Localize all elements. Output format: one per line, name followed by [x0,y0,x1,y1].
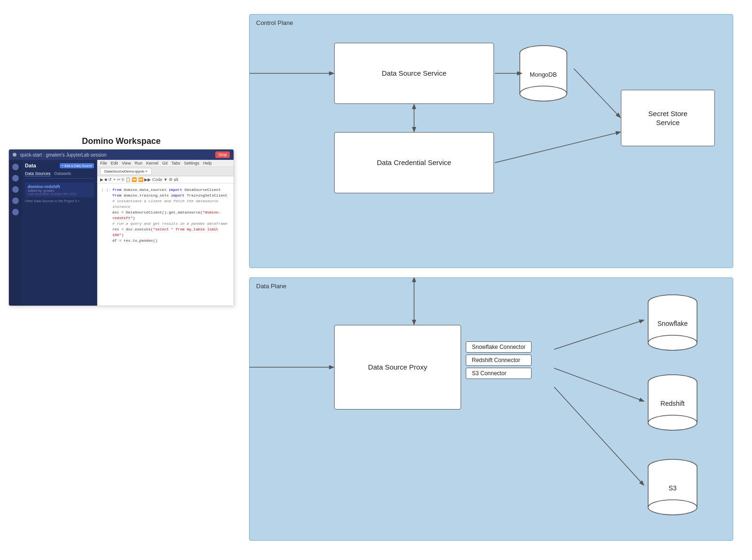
data-source-proxy-box: Data Source Proxy [334,325,461,410]
svg-line-32 [554,368,643,401]
snowflake-cylinder: Snowflake [644,292,701,353]
app-titlebar: quick-start : gmaten's JupyterLab sessio… [9,150,234,160]
svg-point-15 [648,335,697,350]
menu-tabs[interactable]: Tabs [171,161,180,166]
editor-tab-bar: DataSourceDemo.ipynb × [97,167,234,176]
data-item-accessed: Last accessed: October 8th, 2021 [28,192,91,196]
s3-cylinder: S3 [644,457,701,518]
app-editor: File Edit View Run Kernel Git Tabs Setti… [97,160,234,306]
data-source-service-label: Data Source Service [382,69,446,78]
toolbar-icons: ▶ ■ ↺ + ✂ ⎘ 📋 ⏪ ⏩ ▶▶ Code ▼ ⚙ alt [100,177,178,182]
control-plane: Control Plane Data Source Service Data C… [249,14,733,268]
data-sidebar: Data + Add a Data Source Data Sources Da… [22,160,97,306]
control-plane-label: Control Plane [256,19,293,26]
code-line-7: df = res.to_pandas() [101,238,230,244]
svg-point-21 [648,415,697,430]
workspace-title: Domino Workspace [8,136,234,146]
svg-line-33 [554,387,643,485]
redshift-cylinder: Redshift [644,372,701,433]
tab-datasets[interactable]: Datasets [55,171,71,176]
code-line-2: from domino.training_sets import Trainin… [101,193,230,198]
secret-store-service-label: Secret StoreService [648,109,687,127]
sidebar-icon-1 [12,164,19,170]
editor-tab-notebook[interactable]: DataSourceDemo.ipynb × [100,168,152,175]
svg-point-4 [520,86,567,101]
data-sidebar-title: Data [25,163,36,168]
code-line-4: dsc = DataSourceClient().get_datasource(… [101,210,230,221]
menu-git[interactable]: Git [162,161,168,166]
menu-settings[interactable]: Settings [184,161,199,166]
s3-connector: S3 Connector [466,368,532,379]
code-line-5: # run a query and get results in a panda… [101,221,230,227]
data-item-added-by: Added by: gmaten [28,189,91,192]
data-source-service-box: Data Source Service [334,43,494,104]
redshift-svg: Redshift [644,372,701,433]
snowflake-svg: Snowflake [644,292,701,353]
menu-view[interactable]: View [122,161,131,166]
sidebar-icon-2 [12,175,19,181]
editor-content: [ ]: from domino.data_sources import Dat… [97,183,234,306]
redshift-connector: Redshift Connector [466,355,532,366]
editor-menubar: File Edit View Run Kernel Git Tabs Setti… [97,160,234,167]
svg-text:MongoDB: MongoDB [530,71,557,78]
menu-edit[interactable]: Edit [111,161,118,166]
data-credential-service-label: Data Credential Service [377,158,451,167]
code-line-6: res = dsc.execute("select * from my_tabl… [101,227,230,238]
svg-line-8 [574,69,620,117]
data-sidebar-header: Data + Add a Data Source [25,163,94,168]
editor-toolbar: ▶ ■ ↺ + ✂ ⎘ 📋 ⏪ ⏩ ▶▶ Code ▼ ⚙ alt [97,176,234,183]
code-line-1: [ ]: from domino.data_sources import Dat… [101,187,230,193]
stop-button[interactable]: Stop [215,151,230,158]
secret-store-service-box: Secret StoreService [621,90,715,146]
redshift-connector-label: Redshift Connector [472,357,520,363]
code-line-3: # instantiate a client and fetch the dat… [101,198,230,210]
menu-kernel[interactable]: Kernel [146,161,158,166]
svg-text:S3: S3 [668,484,676,492]
data-source-proxy-label: Data Source Proxy [368,363,427,372]
s3-svg: S3 [644,457,701,518]
sidebar-icon-4 [12,197,19,204]
menu-file[interactable]: File [100,161,107,166]
data-plane-label: Data Plane [256,283,286,290]
svg-line-31 [554,320,643,349]
data-item-name: domino-redshift [28,184,91,189]
data-credential-service-box: Data Credential Service [334,132,494,193]
sidebar-icon-3 [12,186,19,193]
data-item-redshift[interactable]: domino-redshift Added by: gmaten Last ac… [25,182,94,197]
snowflake-connector: Snowflake Connector [466,341,532,353]
data-plane: Data Plane Data Source Proxy Snowflake C… [249,277,733,541]
workspace-app: quick-start : gmaten's JupyterLab sessio… [8,149,234,306]
mongodb-svg: MongoDB [517,43,569,104]
mongodb-cylinder: MongoDB [517,43,569,104]
architecture-diagram: Control Plane Data Source Service Data C… [249,14,738,545]
svg-line-10 [495,132,620,163]
workspace-panel: Domino Workspace quick-start : gmaten's … [8,136,234,306]
data-more-link[interactable]: Other Data Sources in the Project 3 > [25,199,94,203]
menu-run[interactable]: Run [134,161,142,166]
titlebar-dot [13,153,16,157]
menu-help[interactable]: Help [203,161,212,166]
connector-list: Snowflake Connector Redshift Connector S… [466,341,532,379]
titlebar-text: quick-start : gmaten's JupyterLab sessio… [20,152,212,158]
tab-data-sources[interactable]: Data Sources [25,171,51,176]
svg-text:Redshift: Redshift [660,400,684,407]
add-data-source-button[interactable]: + Add a Data Source [60,163,94,168]
svg-text:Snowflake: Snowflake [658,320,688,327]
svg-point-27 [648,500,697,515]
app-body: Data + Add a Data Source Data Sources Da… [9,160,234,306]
data-sidebar-tabs: Data Sources Datasets [25,171,94,179]
icon-sidebar [9,160,22,306]
sidebar-icon-5 [12,209,19,215]
